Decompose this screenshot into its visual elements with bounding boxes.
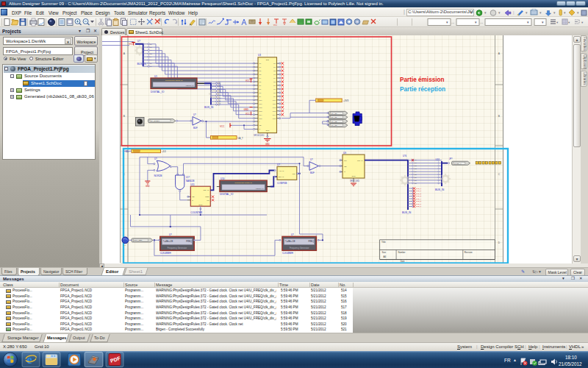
svg-text:U11: U11 (190, 183, 195, 186)
svg-text:SLI: SLI (344, 160, 347, 162)
svg-text:D: D (498, 241, 501, 244)
svg-text:|: | (513, 10, 514, 15)
svg-text:Configurable Digital IO: Configurable Digital IO (165, 79, 183, 81)
svg-text:Frequency Generator: Frequency Generator (290, 247, 309, 250)
svg-text:Date: Date (401, 260, 405, 263)
svg-text:...: ... (480, 20, 483, 24)
svg-text:UA_T: UA_T (238, 137, 243, 140)
svg-text:B: B (123, 115, 126, 118)
svg-text:BUS_IN: BUS_IN (204, 106, 214, 109)
svg-text:CLK48MH: CLK48MH (160, 252, 171, 255)
svg-text:C: C (344, 171, 345, 173)
svg-text:+3V3: +3V3 (343, 99, 348, 102)
svg-text:U1?: U1? (186, 176, 190, 179)
svg-text:UA_T0: UA_T0 (331, 113, 337, 115)
svg-text:CLR: CLR (351, 175, 355, 177)
svg-text:CLK48MH: CLK48MH (282, 252, 293, 255)
svg-text:VCC: VCC (245, 113, 251, 116)
svg-text:Number: Number (398, 251, 406, 254)
svg-text:B: B (498, 115, 501, 118)
svg-text:U1?: U1? (436, 158, 440, 161)
svg-text:DIGITAL_IO: DIGITAL_IO (220, 193, 234, 196)
svg-text:▾: ▾ (581, 21, 584, 24)
svg-text:...: ... (451, 20, 454, 24)
svg-text:+3.3: +3.3 (162, 150, 166, 153)
svg-text:A: A (123, 52, 126, 55)
svg-text:U9: U9 (343, 152, 346, 155)
svg-text:Revision: Revision (465, 251, 473, 254)
svg-text:CLK_REF: CLK_REF (134, 239, 143, 241)
svg-text:▾: ▾ (553, 10, 556, 15)
svg-text:Frequency Generator: Frequency Generator (168, 247, 187, 250)
svg-text:CE: CE (192, 196, 195, 198)
svg-text:U?: U? (137, 40, 140, 43)
svg-text:VCC: VCC (129, 43, 134, 46)
svg-text:CLR: CLR (265, 130, 269, 132)
svg-text:SR16CLED: SR16CLED (254, 134, 264, 137)
svg-text:FREQ: FREQ (309, 240, 314, 243)
svg-text:FREQ: FREQ (186, 240, 191, 243)
svg-text:GND: GND (265, 143, 270, 146)
svg-text:RXD_7: RXD_7 (416, 205, 422, 208)
svg-text:VR: VR (123, 244, 126, 247)
svg-text:JP?: JP? (449, 158, 453, 160)
svg-text:U?: U? (154, 158, 157, 160)
svg-text:A: A (498, 52, 501, 55)
svg-text:2: 2 (159, 18, 161, 22)
svg-text:U?: U? (193, 113, 196, 116)
svg-text:DIGITAL_IO: DIGITAL_IO (151, 91, 165, 93)
svg-text:▾: ▾ (564, 10, 566, 15)
svg-text:NAND2B: NAND2B (186, 180, 194, 183)
svg-text:U?4: U?4 (403, 155, 407, 158)
svg-text:U?: U? (310, 158, 313, 161)
svg-text:▾: ▾ (484, 10, 487, 15)
svg-text:vcc: vcc (273, 24, 278, 26)
svg-text:UART_X: UART_X (454, 163, 462, 165)
svg-text:Size: Size (382, 251, 387, 254)
svg-text:▾: ▾ (539, 10, 542, 15)
svg-text:Partie réception: Partie réception (400, 86, 445, 93)
svg-text:BUS_IN: BUS_IN (435, 188, 445, 191)
svg-text:B[3..0]: B[3..0] (279, 176, 284, 178)
svg-text:BUF: BUF (310, 171, 315, 174)
svg-text:UA_T1: UA_T1 (331, 116, 337, 118)
svg-text:C: C (498, 173, 501, 176)
svg-text:Q[3..0]: Q[3..0] (357, 160, 363, 162)
svg-text:1B+: 1B+ (126, 150, 129, 153)
svg-text:A[3..0]: A[3..0] (279, 170, 284, 172)
svg-text:U3: U3 (258, 54, 261, 57)
svg-text:CE: CE (344, 166, 347, 168)
svg-text:TC: TC (207, 199, 209, 202)
svg-text:UA_RXD?: UA_RXD? (151, 120, 159, 122)
svg-text:NOR2B: NOR2B (154, 174, 162, 177)
svg-text:BUF: BUF (193, 127, 198, 130)
svg-text:QD..[0]: QD..[0] (204, 189, 209, 191)
svg-text:AOUT[7..0]: AOUT[7..0] (185, 85, 194, 86)
svg-text:C: C (192, 199, 193, 202)
svg-text:▾: ▾ (526, 10, 528, 15)
svg-text:UA_T2: UA_T2 (331, 121, 337, 123)
svg-text:CBO: CBO (205, 196, 209, 198)
svg-text:A4: A4 (384, 255, 387, 258)
svg-text:SL2: SL2 (266, 59, 270, 61)
svg-text:T=4Bit+1/E: T=4Bit+1/E (285, 240, 295, 243)
svg-text:Title: Title (381, 241, 386, 244)
svg-text:Partie émission: Partie émission (400, 77, 445, 83)
svg-text:BUS_IN: BUS_IN (402, 211, 412, 214)
svg-text:▾: ▾ (498, 10, 501, 15)
svg-text:SR4CLED: SR4CLED (350, 180, 359, 183)
svg-text:▾: ▾ (556, 21, 559, 24)
svg-text:▾: ▾ (577, 10, 579, 15)
svg-text:1: 1 (316, 234, 318, 236)
svg-text:VCC: VCC (220, 125, 225, 128)
svg-text:UA_T3: UA_T3 (331, 124, 337, 127)
svg-text:VCC: VCC (245, 79, 251, 82)
svg-text:GND: GND (244, 108, 250, 111)
svg-text:▾: ▾ (568, 21, 570, 24)
svg-text:CLR: CLR (198, 204, 202, 206)
svg-text:U10: U10 (220, 177, 225, 180)
svg-text:U1: U1 (154, 75, 157, 78)
svg-text:U?: U? (277, 163, 280, 166)
svg-text:U?: U? (291, 233, 294, 236)
svg-text:AOUT[0..0]: AOUT[0..0] (255, 188, 264, 189)
